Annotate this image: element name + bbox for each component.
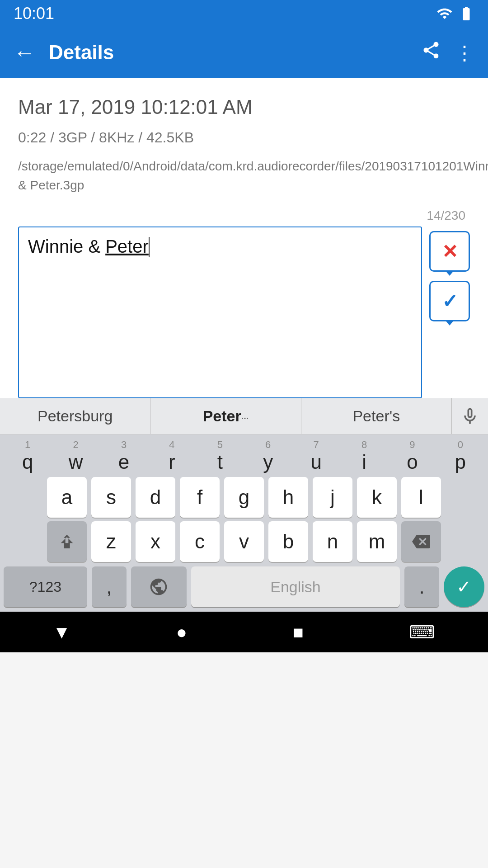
more-options-button[interactable]: ⋮ <box>455 41 474 64</box>
key-e[interactable]: 3 e <box>100 439 148 473</box>
key-t[interactable]: 5 t <box>196 439 244 473</box>
signal-icon <box>436 5 453 22</box>
nav-recents-button[interactable]: ■ <box>293 622 304 642</box>
suggestions-bar: Petersburg Peter Peter's <box>0 398 488 434</box>
text-input-row: Winnie & Peter ✕ ✓ <box>18 226 470 398</box>
key-f[interactable]: f <box>180 477 220 518</box>
app-bar-title: Details <box>49 41 408 64</box>
key-o[interactable]: 9 o <box>388 439 436 473</box>
key-s[interactable]: s <box>91 477 131 518</box>
shift-icon <box>58 533 76 551</box>
suggestion-right[interactable]: Peter's <box>301 398 452 434</box>
backspace-icon <box>412 533 430 551</box>
nav-home-button[interactable]: ● <box>176 622 187 642</box>
action-buttons: ✕ ✓ <box>429 226 470 321</box>
app-bar-actions: ⋮ <box>421 40 474 65</box>
key-k[interactable]: k <box>357 477 397 518</box>
key-u[interactable]: 7 u <box>292 439 340 473</box>
cancel-button[interactable]: ✕ <box>429 231 470 272</box>
key-w[interactable]: 2 w <box>52 439 99 473</box>
key-r[interactable]: 4 r <box>148 439 196 473</box>
keyboard-row-1-numbers: 1 q 2 w 3 e 4 r 5 t 6 y 7 u 8 i <box>0 434 488 475</box>
mic-button[interactable] <box>452 406 488 426</box>
confirm-button[interactable]: ✓ <box>429 281 470 321</box>
key-j[interactable]: j <box>313 477 352 518</box>
key-y[interactable]: 6 y <box>244 439 292 473</box>
key-d[interactable]: d <box>136 477 175 518</box>
shift-key[interactable] <box>47 521 87 562</box>
nav-keyboard-button[interactable]: ⌨ <box>409 622 435 642</box>
key-h[interactable]: h <box>268 477 308 518</box>
period-key[interactable]: . <box>404 566 439 607</box>
comma-key[interactable]: , <box>92 566 127 607</box>
name-input[interactable]: Winnie & Peter <box>18 226 422 398</box>
share-button[interactable] <box>421 40 441 65</box>
status-time: 10:01 <box>14 4 54 23</box>
status-bar: 10:01 <box>0 0 488 27</box>
record-date: Mar 17, 2019 10:12:01 AM <box>18 96 470 118</box>
space-key[interactable]: English <box>191 566 400 607</box>
back-button[interactable]: ← <box>14 40 35 65</box>
key-g[interactable]: g <box>224 477 264 518</box>
key-q[interactable]: 1 q <box>4 439 52 473</box>
key-m[interactable]: m <box>357 521 397 562</box>
globe-icon <box>149 577 169 597</box>
enter-key[interactable]: ✓ <box>444 566 484 607</box>
key-x[interactable]: x <box>136 521 175 562</box>
char-count: 14/230 <box>18 208 470 223</box>
cursor <box>149 237 150 257</box>
num-switch-key[interactable]: ?123 <box>4 566 87 607</box>
nav-bar: ▼ ● ■ ⌨ <box>0 612 488 652</box>
record-meta: 0:22 / 3GP / 8KHz / 42.5KB <box>18 129 470 146</box>
backspace-key[interactable] <box>401 521 441 562</box>
nav-back-button[interactable]: ▼ <box>53 622 71 642</box>
keyboard: Petersburg Peter Peter's 1 q 2 w 3 e 4 r <box>0 398 488 612</box>
suggestion-left[interactable]: Petersburg <box>0 398 150 434</box>
share-icon <box>421 40 441 60</box>
app-bar: ← Details ⋮ <box>0 27 488 78</box>
key-l[interactable]: l <box>401 477 441 518</box>
key-b[interactable]: b <box>268 521 308 562</box>
key-i[interactable]: 8 i <box>340 439 388 473</box>
mic-icon <box>460 406 480 426</box>
keyboard-row-2: a s d f g h j k l <box>0 475 488 519</box>
status-icons <box>436 5 474 22</box>
record-path: /storage/emulated/0/Android/data/com.krd… <box>18 157 470 195</box>
content-area: Mar 17, 2019 10:12:01 AM 0:22 / 3GP / 8K… <box>0 78 488 398</box>
key-a[interactable]: a <box>47 477 87 518</box>
globe-key[interactable] <box>131 566 187 607</box>
battery-icon <box>458 5 474 22</box>
cancel-icon: ✕ <box>442 241 458 263</box>
key-p[interactable]: 0 p <box>436 439 484 473</box>
keyboard-row-3: z x c v b n m <box>0 519 488 564</box>
input-text: Winnie & Peter <box>28 236 149 256</box>
key-z[interactable]: z <box>91 521 131 562</box>
key-n[interactable]: n <box>313 521 352 562</box>
key-c[interactable]: c <box>180 521 220 562</box>
confirm-icon: ✓ <box>442 290 458 312</box>
key-v[interactable]: v <box>224 521 264 562</box>
keyboard-bottom-row: ?123 , English . ✓ <box>0 564 488 612</box>
suggestion-middle[interactable]: Peter <box>150 398 301 434</box>
